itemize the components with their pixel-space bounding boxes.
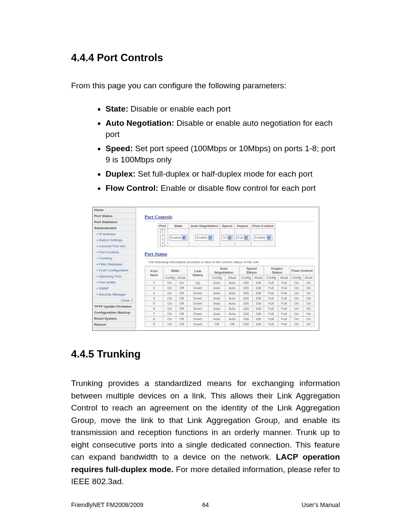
flow-select[interactable]: Enable▾ (254, 235, 272, 241)
nav-sub-item[interactable]: ▪ Port Controls (93, 249, 136, 255)
table-cell: 100 (239, 296, 252, 301)
table-cell: On (303, 291, 314, 296)
port-select[interactable]: 1 2 3 4 (160, 229, 165, 246)
table-cell: On (290, 296, 303, 301)
table-cell: On (303, 311, 314, 317)
table-cell: Down (187, 322, 209, 327)
nav-sub-item[interactable]: ▪ Port Sniffer (93, 280, 136, 286)
table-cell: Down (187, 291, 209, 296)
status-subheader: Config (239, 275, 252, 280)
table-cell: 100 (253, 306, 264, 311)
status-subheader: Config (163, 275, 176, 280)
table-cell: 100 (253, 286, 264, 291)
nav-item[interactable]: Port Statistics (93, 219, 136, 225)
table-cell: Auto (225, 296, 239, 301)
table-cell: Auto (225, 291, 239, 296)
status-subheader: Config (264, 275, 278, 280)
table-row: 9OnOffDownOffOff100100FullFullOnOn (145, 322, 314, 327)
status-header: Flow Control (290, 266, 314, 275)
status-header: Port Num (145, 266, 163, 280)
table-cell: On (303, 286, 314, 291)
table-cell: Off (176, 286, 187, 291)
status-subheader: Atual (303, 275, 314, 280)
table-cell: Auto (225, 286, 239, 291)
autoneg-select[interactable]: Enable▾ (195, 235, 214, 241)
nav-item[interactable]: Home (93, 207, 136, 213)
table-cell: 100 (239, 291, 252, 296)
table-cell: Full (264, 322, 278, 327)
table-cell: 8 (145, 317, 163, 322)
table-cell: Down (187, 306, 209, 311)
table-cell: Full (278, 311, 290, 317)
table-cell: 100 (239, 317, 252, 322)
ctl-header: Duplex (234, 224, 251, 229)
status-subheader: Atual (278, 275, 290, 280)
nav-sub-item[interactable]: ▪ Console Port Info (93, 243, 136, 249)
nav-item[interactable]: Configuration Backup (93, 310, 136, 316)
nav-sub-item[interactable]: ▪ Spanning Tree (93, 274, 136, 280)
table-cell: 100 (239, 280, 252, 286)
nav-item[interactable]: Reboot (93, 322, 136, 328)
table-cell: 100 (253, 301, 264, 306)
state-select[interactable]: Enable▾ (169, 235, 188, 241)
table-row: 6OnOffDownAutoAuto100100FullFullOnOn (145, 306, 314, 311)
table-cell: 100 (253, 322, 264, 327)
table-cell: Full (264, 286, 278, 291)
chevron-down-icon: ▾ (244, 236, 248, 240)
ctl-header: Flow Control (251, 224, 275, 229)
table-cell: 100 (239, 311, 252, 317)
table-cell: On (163, 311, 176, 317)
speed-select[interactable]: 10▾ (221, 235, 233, 241)
table-cell: Down (187, 301, 209, 306)
table-cell: Full (264, 280, 278, 286)
table-cell: 100 (239, 322, 252, 327)
nav-sidebar: HomePort StatusPort StatisticsAdministra… (93, 207, 136, 330)
nav-sub-item[interactable]: ▪ Security Manager (93, 292, 136, 298)
table-cell: Auto (225, 311, 239, 317)
nav-sub-item[interactable]: ▪ Filter Database (93, 261, 136, 268)
table-cell: 100 (239, 286, 252, 291)
status-subheader: Config (209, 275, 225, 280)
table-cell: On (163, 317, 176, 322)
table-cell: Full (264, 311, 278, 317)
nav-sub-item[interactable]: ▪ Trunking (93, 255, 136, 261)
param-item: Duplex: Set full-duplex or half-duplex m… (106, 168, 340, 180)
table-cell: Full (264, 301, 278, 306)
table-cell: On (163, 306, 176, 311)
ctl-header: State (168, 224, 189, 229)
status-subheader: Atual (253, 275, 264, 280)
table-row: 2OnOffDownAutoAuto100100FullFullOnOn (145, 286, 314, 291)
nav-item[interactable]: Reset System (93, 316, 136, 322)
nav-item[interactable]: Port Status (93, 213, 136, 219)
ctl-header: Auto Negotiation (189, 224, 220, 229)
table-cell: On (290, 291, 303, 296)
port-status-note: The following information provides a vie… (148, 260, 314, 264)
nav-sub-item[interactable]: ▪ IP Address (93, 231, 136, 237)
table-cell: Auto (209, 306, 225, 311)
status-subheader: Atual (225, 275, 239, 280)
port-controls-table: PortStateAuto NegotiationSpeedDuplexFlow… (158, 223, 275, 247)
table-cell: Down (187, 296, 209, 301)
nav-sub-item[interactable]: ▪ VLan Configuration (93, 268, 136, 274)
chevron-down-icon: ▾ (208, 236, 212, 240)
nav-item[interactable]: TFTP Update Firmware (93, 304, 136, 310)
trunking-body-pre: Trunking provides a standardized means f… (71, 379, 340, 461)
nav-close[interactable]: Close ⇪ (93, 298, 136, 304)
nav-sub-item[interactable]: ▪ SNMP (93, 286, 136, 292)
nav-item[interactable]: Administrator (93, 225, 136, 231)
table-cell: On (290, 286, 303, 291)
table-cell: Full (264, 306, 278, 311)
duplex-select[interactable]: Full▾ (236, 235, 249, 241)
table-cell: On (163, 322, 176, 327)
status-header: Speed Status (239, 266, 264, 275)
port-status-title: Port Status (145, 251, 314, 256)
table-cell: Auto (209, 296, 225, 301)
nav-sub-item[interactable]: ▪ Switch Settings (93, 237, 136, 243)
ctl-header: Speed (220, 224, 234, 229)
footer-page-number: 64 (161, 501, 250, 508)
table-cell: Down (187, 317, 209, 322)
table-cell: On (290, 306, 303, 311)
table-cell: On (290, 311, 303, 317)
table-row: 5OnOffDownAutoAuto100100FullFullOnOn (145, 301, 314, 306)
table-cell: 100 (239, 306, 252, 311)
